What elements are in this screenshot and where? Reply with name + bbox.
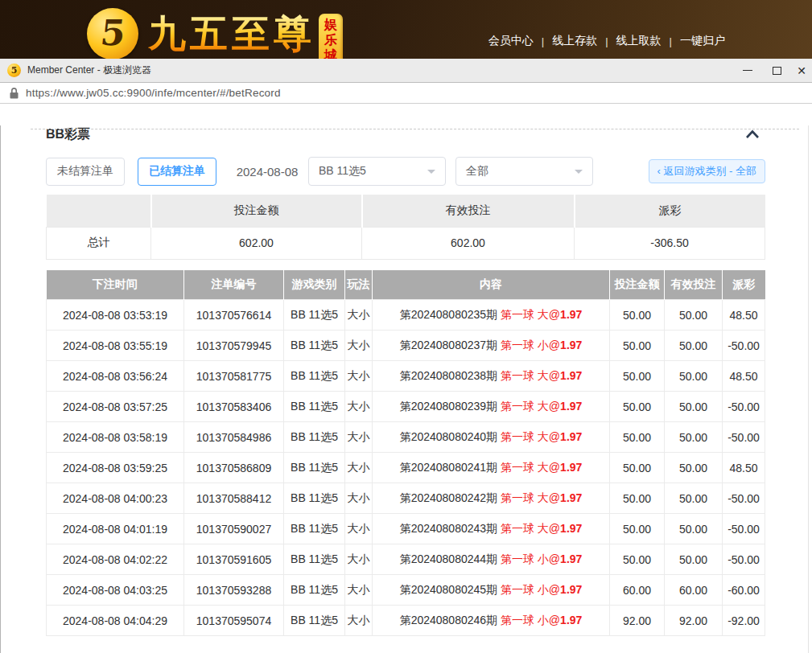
- cell-payout: -50.00: [723, 331, 765, 361]
- cell-bet-amount: 50.00: [610, 300, 665, 331]
- logo-coin-glyph: 5: [98, 15, 126, 51]
- nav-separator: |: [605, 35, 608, 47]
- date-picker[interactable]: 2024-08-08: [236, 165, 299, 179]
- minimize-button[interactable]: [733, 59, 762, 82]
- cell-bet-id: 101370581775: [184, 361, 284, 392]
- logo-badge: 娱乐城: [319, 14, 343, 59]
- cell-play-type: 大小: [345, 300, 373, 331]
- window-favicon-icon: 5: [7, 64, 21, 77]
- summary-header-bet-amount: 投注金额: [151, 195, 362, 227]
- cell-bet-amount: 50.00: [610, 453, 665, 483]
- nav-link[interactable]: 线上存款: [552, 34, 597, 48]
- summary-total-label: 总计: [47, 227, 151, 259]
- cell-bet-id: 101370591605: [184, 544, 284, 575]
- game-select-value: BB 11选5: [319, 164, 366, 179]
- content-period: 第202408080241期: [400, 461, 501, 474]
- bet-record-table: 下注时间注单编号游戏类别玩法内容投注金额有效投注派彩 2024-08-08 03…: [46, 270, 765, 637]
- cell-play-type: 大小: [345, 514, 373, 544]
- content-period: 第202408080240期: [400, 430, 501, 443]
- cell-bet-amount: 50.00: [610, 544, 665, 575]
- cell-game-category: BB 11选5: [284, 392, 345, 422]
- summary-header-empty: [47, 195, 151, 227]
- cell-play-type: 大小: [345, 483, 373, 514]
- cell-bet-amount: 50.00: [610, 514, 665, 544]
- bet-table-header-cell: 派彩: [723, 270, 765, 300]
- content-period: 第202408080246期: [400, 614, 501, 626]
- cell-payout: -60.00: [723, 575, 765, 606]
- content-odds: 1.97: [560, 339, 582, 351]
- content-odds: 1.97: [560, 400, 582, 413]
- summary-bet-amount: 602.00: [151, 227, 362, 259]
- content-period: 第202408080237期: [400, 339, 501, 351]
- bet-record-row: 2024-08-08 04:04:29101370595074BB 11选5大小…: [47, 606, 765, 636]
- cell-bet-time: 2024-08-08 03:53:19: [47, 300, 184, 331]
- cell-play-type: 大小: [345, 606, 373, 636]
- unsettled-bets-tab[interactable]: 未结算注单: [46, 158, 125, 186]
- cell-game-category: BB 11选5: [284, 483, 345, 514]
- settled-bets-tab[interactable]: 已结算注单: [138, 158, 216, 186]
- nav-link[interactable]: 会员中心: [488, 34, 534, 48]
- collapse-panel-button[interactable]: [744, 129, 765, 139]
- cell-bet-time: 2024-08-08 04:00:23: [47, 483, 184, 514]
- cell-content: 第202408080244期 第一球 小@1.97: [373, 544, 610, 575]
- cell-bet-id: 101370586809: [184, 453, 284, 483]
- content-pick: 第一球 小@: [501, 339, 560, 351]
- chevron-up-icon: [744, 129, 760, 139]
- minimize-icon: [743, 70, 752, 71]
- cell-play-type: 大小: [345, 575, 373, 606]
- content-period: 第202408080242期: [400, 491, 501, 504]
- summary-table: 投注金额 有效投注 派彩 总计 602.00 602.00 -306.50: [46, 195, 765, 260]
- cell-payout: -50.00: [723, 514, 765, 544]
- cell-content: 第202408080246期 第一球 小@1.97: [373, 606, 610, 636]
- cell-payout: 48.50: [723, 300, 765, 331]
- cell-bet-time: 2024-08-08 04:01:19: [47, 514, 184, 544]
- cell-content: 第202408080245期 第一球 小@1.97: [373, 575, 610, 606]
- cell-play-type: 大小: [345, 544, 373, 575]
- nav-separator: |: [542, 35, 544, 47]
- cell-bet-amount: 50.00: [610, 361, 665, 392]
- content-odds: 1.97: [560, 552, 582, 565]
- cell-play-type: 大小: [345, 392, 373, 422]
- cell-payout: 48.50: [723, 361, 765, 392]
- cell-payout: 48.50: [723, 453, 765, 483]
- chevron-down-icon: [575, 170, 583, 174]
- close-button[interactable]: ✕: [791, 59, 812, 82]
- content-odds: 1.97: [560, 583, 582, 596]
- bet-table-header-row: 下注时间注单编号游戏类别玩法内容投注金额有效投注派彩: [47, 270, 765, 300]
- type-select[interactable]: 全部: [455, 157, 593, 186]
- site-banner: 5 九五至尊 娱乐城 会员中心|线上存款|线上取款|一键归户: [0, 0, 812, 59]
- bet-table-header-cell: 注单编号: [184, 270, 284, 300]
- cell-bet-amount: 50.00: [610, 331, 665, 361]
- type-select-value: 全部: [466, 164, 488, 179]
- game-select[interactable]: BB 11选5: [308, 157, 446, 186]
- content-odds: 1.97: [560, 522, 582, 535]
- cell-bet-amount: 50.00: [610, 422, 665, 453]
- summary-header-payout: 派彩: [575, 195, 765, 227]
- app-window: 5 九五至尊 娱乐城 会员中心|线上存款|线上取款|一键归户 5 Member …: [0, 0, 812, 653]
- maximize-button[interactable]: [762, 59, 791, 82]
- nav-link[interactable]: 线上取款: [616, 34, 662, 48]
- bet-record-row: 2024-08-08 03:58:19101370584986BB 11选5大小…: [47, 422, 765, 453]
- cell-payout: -50.00: [723, 483, 765, 514]
- site-nav: 会员中心|线上存款|线上取款|一键归户: [488, 34, 725, 48]
- cell-valid-bet: 50.00: [665, 300, 723, 331]
- cell-bet-id: 101370584986: [184, 422, 284, 453]
- bet-table-header-cell: 游戏类别: [284, 270, 345, 300]
- cell-bet-time: 2024-08-08 03:58:19: [47, 422, 184, 453]
- address-bar[interactable]: https://www.jw05.cc:9900/infe/mcenter/#/…: [0, 83, 812, 104]
- cell-content: 第202408080242期 第一球 大@1.97: [373, 483, 610, 514]
- content-period: 第202408080245期: [400, 583, 501, 596]
- browser-titlebar: 5 Member Center - 极速浏览器 ✕: [0, 59, 812, 83]
- content-period: 第202408080244期: [400, 552, 501, 565]
- cell-bet-amount: 60.00: [610, 575, 665, 606]
- content-period: 第202408080243期: [400, 522, 501, 535]
- cell-game-category: BB 11选5: [284, 331, 345, 361]
- cell-game-category: BB 11选5: [284, 300, 345, 331]
- back-to-game-category-button[interactable]: ‹ 返回游戏类别 - 全部: [649, 159, 766, 183]
- cell-valid-bet: 92.00: [665, 606, 723, 636]
- content-odds: 1.97: [560, 430, 582, 443]
- cell-game-category: BB 11选5: [284, 453, 345, 483]
- cell-bet-time: 2024-08-08 03:59:25: [47, 453, 184, 483]
- cell-game-category: BB 11选5: [284, 544, 345, 575]
- nav-link[interactable]: 一键归户: [680, 34, 725, 48]
